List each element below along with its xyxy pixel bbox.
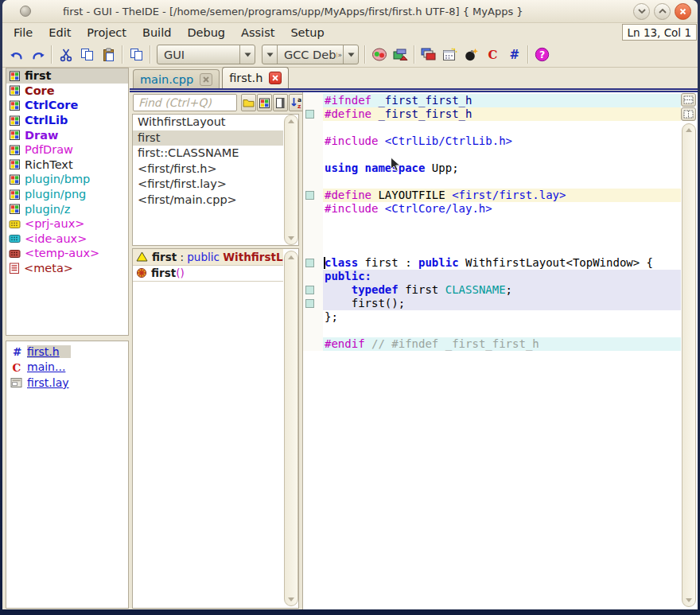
package-item[interactable]: <prj-aux> — [6, 216, 128, 232]
symbol-item[interactable]: WithfirstLayout — [133, 115, 283, 130]
code-editor[interactable]: #ifndef _first_first_h#define _first_fir… — [302, 92, 698, 609]
code-line[interactable] — [323, 243, 681, 256]
code-line[interactable] — [323, 216, 681, 229]
chevron-down-icon[interactable] — [262, 45, 278, 64]
code-line[interactable]: first(); — [323, 297, 681, 310]
cut-button[interactable] — [55, 45, 76, 64]
tab-close-icon[interactable] — [269, 72, 282, 84]
scroll-down-icon[interactable] — [285, 236, 298, 240]
browser-scrollbar[interactable] — [284, 251, 298, 606]
scroll-up-icon[interactable] — [682, 128, 695, 132]
code-line[interactable]: using namespace Upp; — [323, 162, 681, 175]
scroll-down-icon[interactable] — [682, 598, 695, 602]
menu-build[interactable]: Build — [134, 25, 179, 41]
code-line[interactable] — [323, 121, 681, 134]
editor-scrollbar[interactable] — [682, 123, 696, 607]
code-line[interactable]: #include <CtrlCore/lay.h> — [323, 202, 681, 216]
code-line[interactable] — [323, 148, 681, 162]
split-horizontal-button[interactable] — [681, 93, 696, 107]
package-item[interactable]: CtrlCore — [6, 98, 128, 113]
tab-first-h[interactable]: first.h — [222, 67, 289, 88]
package-item[interactable]: RichText — [6, 158, 128, 173]
code-line[interactable]: #endif // #ifndef _first_first_h — [323, 337, 681, 351]
code-line[interactable]: }; — [323, 310, 681, 324]
package-item[interactable]: first — [6, 68, 128, 84]
menu-edit[interactable]: Edit — [41, 25, 79, 41]
cpp-token-button[interactable]: C — [482, 45, 504, 64]
scroll-up-icon[interactable] — [285, 255, 298, 259]
package-button[interactable] — [257, 94, 272, 111]
package-item[interactable]: plugin/z — [6, 201, 128, 216]
breakpoint-marker[interactable] — [305, 110, 314, 119]
code-line[interactable]: public: — [323, 270, 681, 283]
menu-setup[interactable]: Setup — [282, 25, 332, 41]
scroll-down-icon[interactable] — [285, 597, 298, 601]
package-item[interactable]: <meta> — [6, 261, 128, 276]
search-input[interactable] — [133, 94, 237, 111]
debug-bomb-button[interactable] — [461, 45, 482, 64]
deploy-button[interactable] — [390, 45, 411, 64]
symbol-item[interactable]: <first/first.h> — [133, 162, 283, 177]
breakpoint-marker[interactable] — [305, 259, 314, 267]
package-item[interactable]: <ide-aux> — [6, 232, 128, 247]
titlebar[interactable]: first - GUI - TheIDE - [/home/semen/prog… — [2, 0, 698, 23]
copy-button[interactable] — [76, 45, 98, 64]
package-item[interactable]: Core — [6, 84, 128, 99]
file-item[interactable]: first.lay — [6, 375, 128, 391]
browser-item[interactable]: first() — [133, 266, 283, 282]
help-button[interactable]: ? — [531, 45, 553, 64]
code-line[interactable]: typedef first CLASSNAME; — [323, 283, 681, 297]
build-method-combo[interactable]: GCC Debu» — [262, 45, 359, 64]
redo-button[interactable] — [27, 45, 49, 64]
menu-debug[interactable]: Debug — [179, 25, 233, 41]
file-button[interactable] — [273, 94, 288, 111]
maximize-button[interactable] — [654, 3, 671, 20]
main-config-combo[interactable]: GUI — [157, 45, 255, 64]
symbol-item[interactable]: <first/main.cpp> — [133, 193, 283, 208]
code-line[interactable] — [323, 175, 681, 189]
code-line[interactable]: #include <CtrlLib/CtrlLib.h> — [323, 134, 681, 148]
tab-main-cpp[interactable]: main.cpp — [133, 69, 220, 88]
copy-alt-button[interactable] — [126, 45, 147, 64]
code-lines: #ifndef _first_first_h#define _first_fir… — [303, 94, 681, 351]
chevron-down-icon[interactable] — [343, 45, 358, 64]
package-item[interactable]: <temp-aux> — [6, 246, 128, 261]
symbol-item[interactable]: first::CLASSNAME — [133, 146, 283, 162]
symbol-item[interactable]: first — [133, 130, 283, 146]
code-line[interactable]: #define _first_first_h — [323, 107, 681, 121]
undo-button[interactable] — [6, 45, 27, 64]
code-line[interactable] — [323, 324, 681, 337]
symbol-scrollbar[interactable] — [284, 115, 298, 245]
split-vertical-button[interactable] — [681, 107, 696, 121]
package-item[interactable]: Draw — [6, 127, 128, 142]
breakpoint-marker[interactable] — [305, 286, 314, 294]
code-line[interactable] — [323, 229, 681, 243]
browser-item[interactable]: first : public WithfirstLay — [133, 249, 283, 266]
package-item[interactable]: CtrlLib — [6, 113, 128, 128]
package-item[interactable]: plugin/bmp — [6, 172, 128, 187]
paste-button[interactable] — [98, 45, 119, 64]
menu-file[interactable]: File — [6, 25, 41, 41]
menu-assist[interactable]: Assist — [233, 25, 282, 41]
package-item[interactable]: plugin/png — [6, 187, 128, 202]
package-item[interactable]: PdfDraw — [6, 142, 128, 158]
symbol-item[interactable]: <first/first.lay> — [133, 177, 283, 193]
designer-button[interactable] — [418, 45, 439, 64]
scroll-up-icon[interactable] — [285, 119, 298, 123]
file-item[interactable]: Cmain... — [6, 360, 128, 376]
calendar-button[interactable] — [439, 45, 461, 64]
macro-hash-button[interactable]: # — [504, 45, 525, 64]
run-button[interactable] — [368, 45, 390, 64]
code-line[interactable]: #define LAYOUTFILE <first/first.lay> — [323, 189, 681, 202]
breakpoint-marker[interactable] — [305, 299, 314, 308]
tab-close-icon[interactable] — [200, 73, 212, 86]
close-button[interactable] — [675, 3, 691, 20]
chevron-down-icon[interactable] — [239, 45, 255, 64]
folder-button[interactable] — [241, 94, 256, 111]
file-item[interactable]: #first.h — [6, 344, 128, 360]
breakpoint-marker[interactable] — [305, 191, 314, 200]
code-line[interactable]: #ifndef _first_first_h — [323, 94, 681, 107]
menu-project[interactable]: Project — [79, 25, 134, 41]
shade-button[interactable] — [633, 3, 650, 20]
code-line[interactable]: class first : public WithfirstLayout<Top… — [323, 256, 681, 270]
